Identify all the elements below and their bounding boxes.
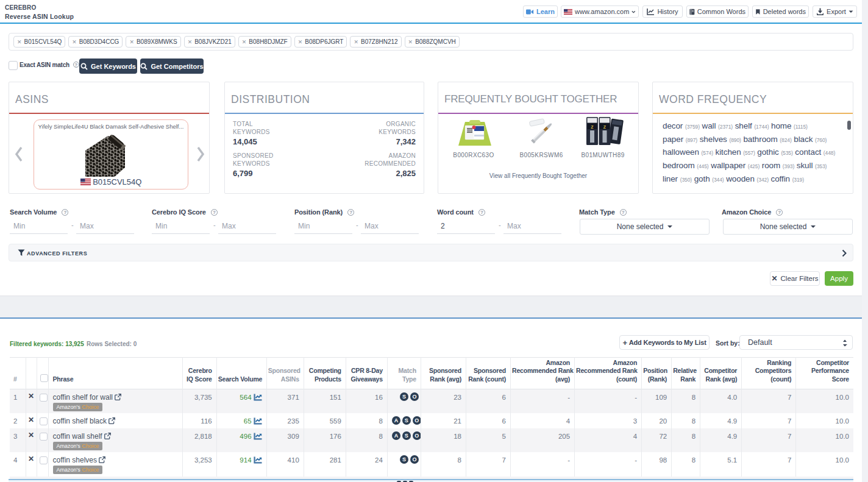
svg-text:Z: Z: [603, 125, 607, 129]
svg-text:Z: Z: [591, 125, 594, 129]
